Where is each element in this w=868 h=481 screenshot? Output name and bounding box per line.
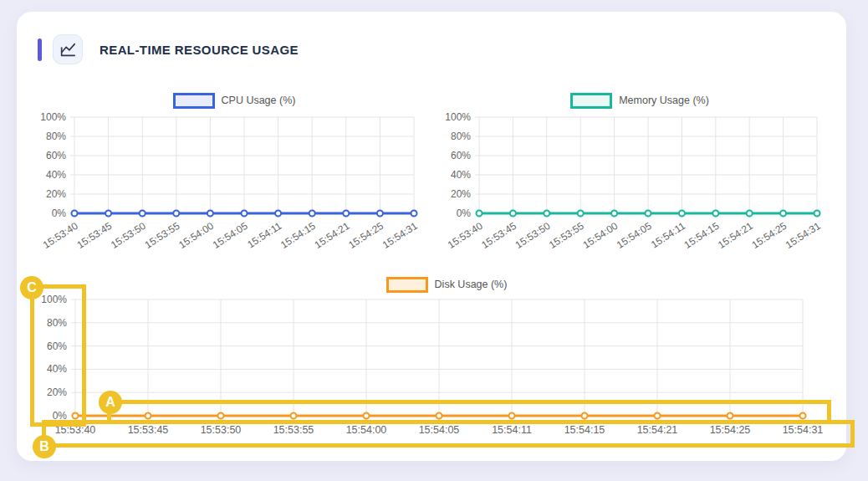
svg-text:15:54:21: 15:54:21 [637, 424, 678, 436]
disk-legend[interactable]: Disk Usage (%) [32, 276, 861, 293]
svg-text:40%: 40% [451, 169, 471, 181]
svg-text:80%: 80% [47, 317, 67, 329]
memory-usage-chart: Memory Usage (%) 0%20%40%60%80%100%15:53… [443, 92, 836, 291]
svg-text:0%: 0% [52, 207, 67, 219]
svg-text:15:53:40: 15:53:40 [55, 424, 96, 436]
cpu-legend-label: CPU Usage (%) [222, 95, 296, 106]
svg-text:80%: 80% [451, 130, 471, 142]
svg-text:15:54:21: 15:54:21 [716, 220, 755, 251]
svg-text:15:54:15: 15:54:15 [564, 424, 605, 436]
cpu-legend-swatch-icon [173, 93, 215, 109]
svg-text:60%: 60% [47, 340, 67, 352]
svg-text:15:54:11: 15:54:11 [492, 424, 532, 436]
svg-text:15:54:11: 15:54:11 [649, 220, 687, 251]
svg-text:80%: 80% [46, 130, 66, 142]
svg-text:15:53:50: 15:53:50 [201, 424, 242, 436]
svg-text:100%: 100% [445, 111, 471, 123]
svg-text:15:54:00: 15:54:00 [580, 220, 620, 251]
svg-text:15:53:55: 15:53:55 [273, 424, 314, 436]
svg-text:15:54:25: 15:54:25 [710, 424, 751, 436]
svg-text:20%: 20% [47, 386, 67, 398]
disk-usage-chart: Disk Usage (%) 0%20%40%60%80%100%15:53:4… [32, 276, 861, 453]
svg-text:15:53:45: 15:53:45 [128, 424, 169, 436]
page-title: REAL-TIME RESOURCE USAGE [100, 43, 299, 57]
svg-text:15:54:25: 15:54:25 [346, 220, 385, 251]
section-header: REAL-TIME RESOURCE USAGE [38, 34, 299, 64]
line-chart-icon [53, 34, 83, 64]
memory-legend-label: Memory Usage (%) [619, 95, 709, 106]
cpu-chart-canvas[interactable]: 0%20%40%60%80%100%15:53:4015:53:4515:53:… [38, 110, 431, 288]
svg-text:20%: 20% [451, 188, 471, 200]
svg-text:60%: 60% [46, 150, 66, 161]
memory-chart-canvas[interactable]: 0%20%40%60%80%100%15:53:4015:53:4515:53:… [443, 110, 836, 288]
svg-text:15:54:31: 15:54:31 [380, 220, 420, 251]
svg-text:60%: 60% [451, 150, 471, 161]
svg-text:100%: 100% [41, 294, 67, 305]
svg-text:15:54:05: 15:54:05 [419, 424, 460, 436]
svg-text:40%: 40% [47, 363, 67, 375]
svg-text:15:53:45: 15:53:45 [74, 220, 114, 251]
svg-text:15:54:25: 15:54:25 [749, 220, 789, 251]
svg-text:15:54:15: 15:54:15 [682, 220, 722, 251]
svg-text:15:54:00: 15:54:00 [176, 220, 216, 251]
svg-text:15:54:31: 15:54:31 [783, 424, 824, 436]
svg-text:0%: 0% [53, 410, 68, 422]
svg-text:15:54:00: 15:54:00 [346, 424, 387, 436]
svg-text:15:54:11: 15:54:11 [245, 220, 283, 251]
accent-bar [38, 38, 42, 61]
svg-text:20%: 20% [46, 188, 66, 200]
memory-legend-swatch-icon [570, 93, 612, 109]
resource-usage-card: REAL-TIME RESOURCE USAGE CPU Usage (%) 0… [17, 12, 846, 461]
svg-text:15:54:05: 15:54:05 [615, 220, 654, 251]
disk-legend-label: Disk Usage (%) [435, 279, 508, 290]
svg-text:100%: 100% [40, 111, 66, 123]
svg-text:15:53:50: 15:53:50 [109, 220, 148, 251]
svg-text:0%: 0% [457, 207, 472, 219]
svg-text:15:53:50: 15:53:50 [513, 220, 553, 251]
svg-text:15:54:15: 15:54:15 [278, 220, 318, 251]
svg-text:15:53:55: 15:53:55 [143, 220, 182, 251]
svg-text:15:53:55: 15:53:55 [547, 220, 586, 251]
svg-text:40%: 40% [46, 169, 66, 181]
svg-text:15:53:45: 15:53:45 [479, 220, 518, 251]
disk-legend-swatch-icon [386, 277, 428, 293]
memory-legend[interactable]: Memory Usage (%) [443, 92, 836, 109]
cpu-usage-chart: CPU Usage (%) 0%20%40%60%80%100%15:53:40… [38, 92, 431, 291]
svg-text:15:54:05: 15:54:05 [211, 220, 250, 251]
svg-text:15:54:21: 15:54:21 [313, 220, 352, 251]
svg-text:15:53:40: 15:53:40 [446, 220, 485, 251]
disk-chart-canvas[interactable]: 0%20%40%60%80%100%15:53:4015:53:4515:53:… [32, 294, 861, 449]
svg-text:15:54:31: 15:54:31 [784, 220, 823, 251]
cpu-legend[interactable]: CPU Usage (%) [38, 92, 431, 109]
svg-text:15:53:40: 15:53:40 [41, 220, 80, 251]
